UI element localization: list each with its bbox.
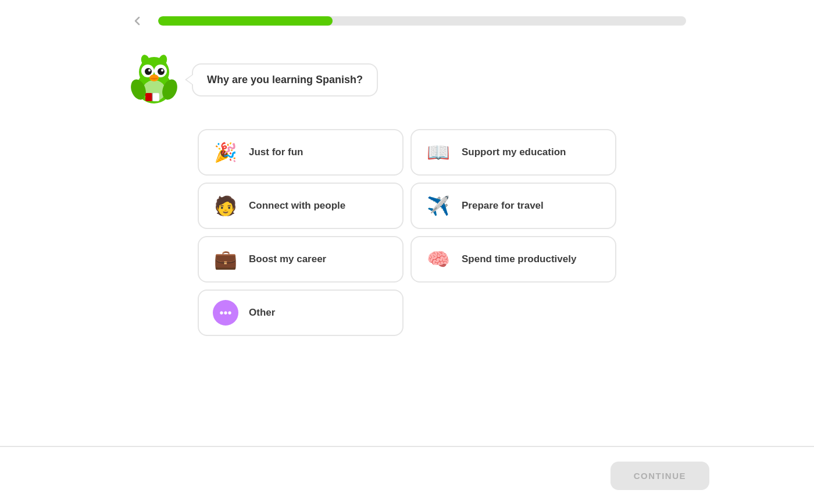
owl-section: Why are you learning Spanish? (0, 42, 814, 117)
education-icon: 📖 (426, 140, 451, 165)
svg-point-7 (145, 68, 152, 75)
bottom-bar: CONTINUE (0, 446, 814, 504)
svg-rect-14 (145, 93, 152, 101)
continue-label: CONTINUE (634, 471, 686, 481)
career-icon: 💼 (213, 246, 238, 272)
option-career-label: Boost my career (249, 253, 326, 265)
top-bar (0, 0, 814, 42)
svg-point-9 (148, 69, 151, 72)
option-connect[interactable]: 🧑 Connect with people (198, 183, 404, 229)
progress-bar-fill (158, 16, 333, 26)
fun-icon: 🎉 (213, 140, 238, 165)
connect-icon: 🧑 (213, 193, 238, 219)
option-other-label: Other (249, 307, 275, 319)
progress-bar-container (158, 16, 686, 26)
svg-rect-15 (152, 93, 159, 101)
options-section: 🎉 Just for fun 📖 Support my education 🧑 … (0, 117, 814, 446)
productive-icon: 🧠 (426, 246, 451, 272)
continue-button[interactable]: CONTINUE (610, 462, 709, 490)
back-button[interactable] (128, 12, 147, 30)
option-education-label: Support my education (462, 146, 566, 158)
option-career[interactable]: 💼 Boost my career (198, 236, 404, 283)
option-travel[interactable]: ✈️ Prepare for travel (410, 183, 616, 229)
option-fun-label: Just for fun (249, 146, 304, 158)
option-fun[interactable]: 🎉 Just for fun (198, 129, 404, 176)
speech-bubble: Why are you learning Spanish? (192, 63, 378, 96)
option-connect-label: Connect with people (249, 200, 345, 212)
svg-point-10 (161, 69, 163, 72)
question-text: Why are you learning Spanish? (207, 74, 363, 85)
option-travel-label: Prepare for travel (462, 200, 544, 212)
option-education[interactable]: 📖 Support my education (410, 129, 616, 176)
travel-icon: ✈️ (426, 193, 451, 219)
option-productive[interactable]: 🧠 Spend time productively (410, 236, 616, 283)
option-other[interactable]: ••• Other (198, 289, 404, 336)
svg-point-8 (158, 68, 165, 75)
option-productive-label: Spend time productively (462, 253, 576, 265)
other-icon: ••• (213, 300, 238, 326)
options-grid: 🎉 Just for fun 📖 Support my education 🧑 … (198, 129, 616, 434)
owl-avatar (128, 53, 180, 106)
